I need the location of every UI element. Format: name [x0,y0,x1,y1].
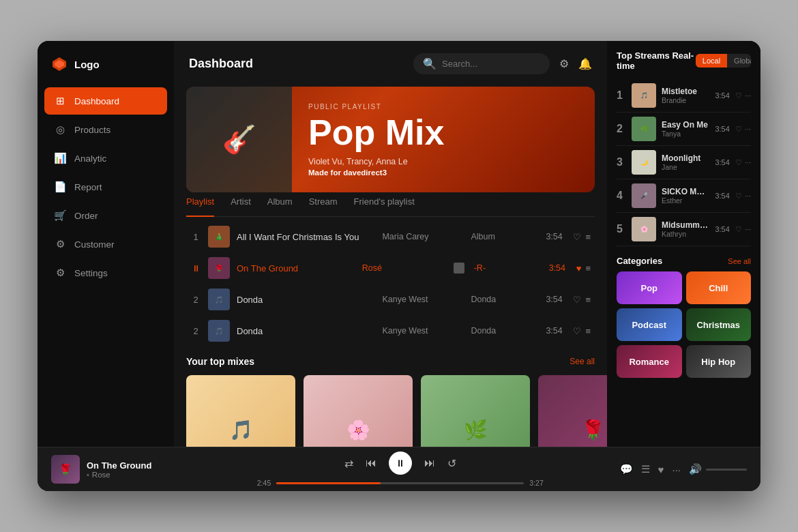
stream-like-icon[interactable]: ♡ [735,125,742,134]
stream-name: Mistletoe [662,87,709,96]
category-hiphop[interactable]: Hip Hop [686,345,752,378]
stream-thumbnail: 🎤 [632,183,656,208]
track-row-playing[interactable]: ⏸ 🌹 On The Ground Rosé -R- 3:54 ♥ ≡ [186,252,595,284]
sidebar-item-order[interactable]: 🛒 Order [44,202,167,229]
sidebar-item-products[interactable]: ◎ Products [44,116,167,143]
global-toggle-btn[interactable]: Global [727,54,751,68]
mix-card-chill[interactable]: 🎵 Chill Mix Trancy, Nicky C, Orange Juic… [186,375,295,447]
stream-info: Mistletoe Brandie [662,87,709,104]
next-button[interactable]: ⏭ [424,457,435,469]
more-icon[interactable]: ≡ [585,263,591,274]
player-bar: 🌹 On The Ground • Rose ⇄ ⏮ ⏸ ⏭ ↺ 2:45 [38,447,760,491]
prev-button[interactable]: ⏮ [366,457,376,469]
track-row[interactable]: 2 🎵 Donda Kanye West Donda 3:54 ♡ ≡ [186,284,595,315]
like-icon[interactable]: ♡ [573,326,581,336]
more-icon[interactable]: ≡ [585,295,591,305]
stream-more-icon[interactable]: ··· [745,125,751,134]
like-icon[interactable]: ♡ [573,232,581,242]
volume-icon[interactable]: 🔊 [689,463,702,475]
hero-made-for: Made for davedirect3 [308,168,444,177]
chat-icon[interactable]: 💬 [620,463,633,475]
categories-see-all[interactable]: See all [728,257,751,265]
stream-like-icon[interactable]: ♡ [735,192,742,201]
shuffle-button[interactable]: ⇄ [344,457,353,470]
search-input[interactable] [442,59,540,69]
products-icon: ◎ [54,123,66,136]
stream-duration: 3:54 [715,158,729,166]
more-icon[interactable]: ≡ [585,326,591,336]
stream-artist: Esther [662,196,709,205]
stream-duration: 3:54 [715,225,729,233]
top-mixes-see-all[interactable]: See all [570,357,595,366]
progress-bar[interactable] [276,482,524,484]
stream-more-icon[interactable]: ··· [745,91,751,100]
dashboard-icon: ⊞ [54,95,66,107]
track-thumbnail: 🎵 [208,320,230,342]
stream-more-icon[interactable]: ··· [745,158,751,167]
page-title: Dashboard [189,57,253,71]
sidebar-item-dashboard[interactable]: ⊞ Dashboard [44,87,167,115]
track-duration: 3:54 [549,263,570,273]
report-icon: 📄 [54,181,66,193]
category-chill[interactable]: Chill [686,271,752,304]
logo: Logo [38,41,174,87]
search-box[interactable]: 🔍 [413,53,550,74]
settings-header-icon[interactable]: ⚙ [559,57,569,70]
track-artist: Rosé [362,263,444,273]
track-number: 2 [190,295,201,305]
stream-duration: 3:54 [715,91,729,100]
sidebar-item-customer[interactable]: ⚙ Customer [44,231,167,258]
stream-like-icon[interactable]: ♡ [735,225,742,234]
stream-item-4[interactable]: 4 🎤 SICKO MODE Esther 3:54 ♡ ··· [617,179,751,213]
category-romance[interactable]: Romance [617,345,682,378]
track-actions: ♥ ≡ [576,263,591,274]
more-icon[interactable]: ≡ [585,232,591,242]
category-podcast[interactable]: Podcast [617,308,682,341]
track-row[interactable]: 2 🎵 Donda Kanye West Donda 3:54 ♡ ≡ [186,315,595,346]
tab-friends-playlist[interactable]: Friend's playlist [354,196,415,211]
track-album: Donda [471,326,539,336]
queue-icon[interactable]: ☰ [641,463,650,475]
top-mixes-header: Your top mixes See all [186,356,595,367]
top-mixes-title: Your top mixes [186,356,254,367]
more-options-icon[interactable]: ··· [672,464,681,475]
category-label: Pop [640,283,657,293]
track-artist: Kanye West [382,326,464,336]
stream-item-1[interactable]: 1 🎵 Mistletoe Brandie 3:54 ♡ ··· [617,79,751,113]
track-row[interactable]: 1 🎄 All I Want For Christmas Is You Mari… [186,221,595,252]
stream-artist: Tanya [662,130,709,138]
sidebar-item-settings[interactable]: ⚙ Settings [44,259,167,286]
tab-artist[interactable]: Artist [231,196,251,211]
mix-card-pheelz[interactable]: 🌿 Pheelz Mix Trancy, Nicky C, Orange Jui… [421,375,530,447]
tab-playlist[interactable]: Playlist [186,196,214,217]
track-actions: ♡ ≡ [573,295,591,305]
playlist-section: Playlist Artist Album Stream Friend's pl… [174,196,607,346]
tab-album[interactable]: Album [267,196,293,211]
like-icon[interactable]: ♥ [576,263,582,274]
tab-stream[interactable]: Stream [309,196,338,211]
stream-like-icon[interactable]: ♡ [735,158,742,167]
stream-more-icon[interactable]: ··· [745,192,751,201]
category-christmas[interactable]: Christmas [686,308,752,341]
stream-item-2[interactable]: 2 🌿 Easy On Me Tanya 3:54 ♡ ··· [617,113,751,146]
local-toggle-btn[interactable]: Local [696,54,727,68]
volume-bar[interactable] [706,469,747,471]
mix-card-indie[interactable]: 🌹 Indie Mix Trancy, Nicky C, Orange Juic… [538,375,607,447]
stream-artist: Kathryn [662,230,709,238]
stream-rank: 2 [617,123,626,135]
stream-item-5[interactable]: 5 🌸 Midsummer Madness Kathryn 3:54 ♡ ··· [617,213,751,246]
stream-item-3[interactable]: 3 🌙 Moonlight Jane 3:54 ♡ ··· [617,146,751,179]
stream-like-icon[interactable]: ♡ [735,91,742,100]
like-icon[interactable]: ♡ [573,295,581,305]
stream-more-icon[interactable]: ··· [745,225,751,234]
repeat-button[interactable]: ↺ [447,457,456,470]
heart-icon[interactable]: ♥ [658,464,664,475]
category-pop[interactable]: Pop [617,271,682,304]
play-pause-button[interactable]: ⏸ [389,452,412,475]
notification-icon[interactable]: 🔔 [578,57,592,70]
mix-card-pop[interactable]: 🌸 Pop Mix Trancy, Nicky C, Orange Juice,… [304,375,413,447]
total-time: 3:27 [529,479,543,487]
sidebar-item-report[interactable]: 📄 Report [44,173,167,201]
player-right: 💬 ☰ ♥ ··· 🔊 [620,463,747,475]
sidebar-item-analytic[interactable]: 📊 Analytic [44,145,167,172]
